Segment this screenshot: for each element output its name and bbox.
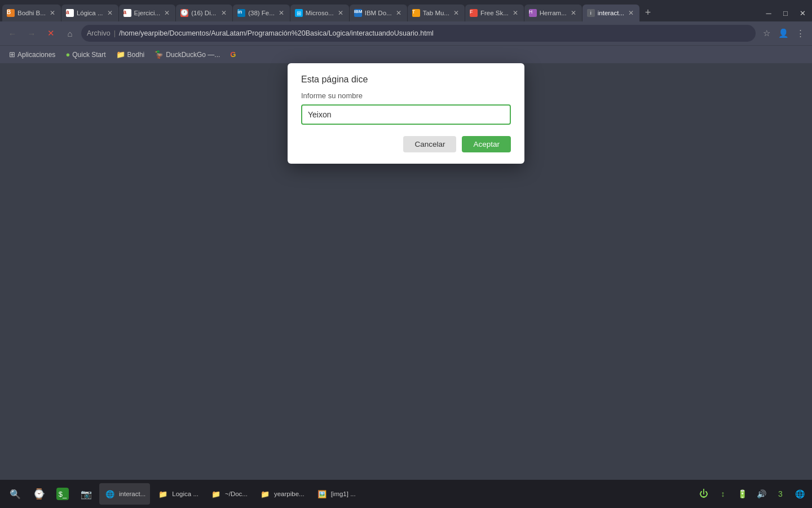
reload-button[interactable]: ✕ [43, 25, 59, 41]
tab-clock16[interactable]: 🕐 (16) Di... ✕ [176, 5, 232, 21]
tab-close-microsoft[interactable]: ✕ [337, 8, 345, 17]
tab-label-logica: Lógica ... [77, 10, 103, 16]
taskbar-doc-label: ~/Doc... [225, 491, 248, 497]
bookmark-quickstart[interactable]: ● Quick Start [61, 49, 110, 60]
search-icon: 🔍 [9, 488, 21, 500]
taskbar-yearpibe[interactable]: 📁 yearpibe... [254, 483, 309, 505]
taskbar-right: ⏻ ↕ 🔋 🔊 3 🌐 [696, 486, 807, 502]
tab-favicon-ibm: IBM [354, 9, 362, 17]
taskbar-doc[interactable]: 📁 ~/Doc... [205, 483, 252, 505]
tab-label-ibm: IBM Do... [365, 10, 392, 16]
tab-ejercicios[interactable]: a Ejercici... ✕ [119, 5, 176, 21]
dialog-input[interactable] [301, 104, 511, 125]
forward-button[interactable]: → [24, 25, 39, 41]
page-area: Esta página dice Informe su nombre Cance… [0, 63, 812, 480]
back-button[interactable]: ← [5, 25, 20, 41]
tab-close-ibm[interactable]: ✕ [395, 8, 403, 17]
close-button[interactable]: ✕ [795, 7, 810, 19]
taskbar-recents[interactable]: ⌚ [28, 483, 50, 505]
url-path: /home/yearpibe/Documentos/AuraLatam/Prog… [119, 29, 434, 37]
tab-label-tabmul: Tab Mu... [423, 10, 449, 16]
tab-close-freesk[interactable]: ✕ [511, 8, 519, 17]
tab-interact[interactable]: i interact... ✕ [582, 5, 639, 21]
address-icons: ☆ 👤 ⋮ [759, 26, 807, 41]
dialog-buttons: Cancelar Aceptar [301, 136, 511, 152]
bookmark-label-quickstart: Quick Start [72, 51, 105, 59]
cancel-button[interactable]: Cancelar [403, 136, 456, 152]
tab-tabmul[interactable]: T Tab Mu... ✕ [408, 5, 465, 21]
url-scheme: Archivo [87, 29, 111, 37]
tab-close-clock16[interactable]: ✕ [220, 8, 228, 17]
battery-icon[interactable]: 🔋 [734, 486, 750, 502]
home-button[interactable]: ⌂ [62, 25, 78, 41]
google-icon: G [230, 50, 236, 59]
dialog-title: Esta página dice [301, 75, 511, 85]
bookmark-aplicaciones[interactable]: ⊞ Aplicaciones [5, 49, 60, 60]
menu-icon[interactable]: ⋮ [793, 26, 807, 41]
tab-herr[interactable]: H Herram... ✕ [524, 5, 582, 21]
power-icon[interactable]: ⏻ [696, 486, 712, 502]
window-controls: ─ □ ✕ [761, 7, 810, 21]
address-bar: ← → ✕ ⌂ Archivo | /home/yearpibe/Documen… [0, 21, 812, 45]
url-bar[interactable]: Archivo | /home/yearpibe/Documentos/Aura… [81, 25, 756, 42]
tab-close-ejercicios[interactable]: ✕ [163, 8, 171, 17]
tab-favicon-ejercicios: a [123, 9, 131, 17]
tab-label-interact: interact... [598, 10, 624, 16]
tab-label-bodhi: Bodhi B... [17, 10, 46, 16]
taskbar-logica-icon: 📁 [157, 488, 169, 500]
tab-linkedin38[interactable]: in (38) Fe... ✕ [233, 5, 290, 21]
taskbar-interact-icon: 🌐 [104, 488, 116, 500]
tab-close-tabmul[interactable]: ✕ [452, 8, 460, 17]
tab-bar: B Bodhi B... ✕ a Lógica ... ✕ a Ejercici… [0, 0, 812, 21]
duckduckgo-icon: 🦆 [155, 50, 164, 59]
taskbar-search[interactable]: 🔍 [5, 483, 26, 505]
taskbar-terminal[interactable]: $_ [52, 483, 73, 505]
quickstart-icon: ● [65, 50, 70, 59]
tab-ibm[interactable]: IBM IBM Do... ✕ [350, 5, 407, 21]
tab-close-interact[interactable]: ✕ [627, 8, 635, 17]
volume-icon[interactable]: 🔊 [753, 486, 769, 502]
taskbar-interact-label: interact... [119, 491, 145, 497]
bookmark-duckduckgo[interactable]: 🦆 DuckDuckGo —... [150, 49, 224, 60]
tab-label-microsoft: Microso... [306, 10, 334, 16]
globe-icon[interactable]: 🌐 [792, 486, 807, 502]
bookmark-google[interactable]: G [226, 49, 240, 60]
minimize-button[interactable]: ─ [761, 7, 776, 19]
taskbar-yearpibe-icon: 📁 [259, 488, 271, 500]
taskbar: 🔍 ⌚ $_ 📷 🌐 interact... 📁 Logica ... 📁 ~/… [0, 480, 812, 508]
tab-microsoft[interactable]: ⊞ Microso... ✕ [290, 5, 349, 21]
taskbar-img-label: [img1] ... [331, 491, 356, 497]
tab-freesk[interactable]: F Free Sk... ✕ [465, 5, 524, 21]
tab-close-linkedin38[interactable]: ✕ [277, 8, 285, 17]
taskbar-img[interactable]: 🖼️ [img1] ... [311, 483, 360, 505]
bookmark-label-bodhi: Bodhi [127, 51, 145, 59]
taskbar-logica-label: Logica ... [172, 491, 198, 497]
profile-icon[interactable]: 👤 [776, 26, 791, 41]
tab-favicon-bodhi: B [7, 9, 15, 17]
bookmark-label-aplicaciones: Aplicaciones [17, 51, 55, 59]
tab-favicon-freesk: F [470, 9, 478, 17]
taskbar-interact[interactable]: 🌐 interact... [99, 483, 150, 505]
tab-close-bodhi[interactable]: ✕ [48, 8, 56, 17]
bookmark-star-icon[interactable]: ☆ [759, 26, 774, 41]
notification-count[interactable]: 3 [773, 486, 788, 502]
aplicaciones-icon: ⊞ [9, 50, 15, 59]
bodhi-folder-icon: 📁 [116, 50, 125, 59]
taskbar-yearpibe-label: yearpibe... [274, 491, 304, 497]
tab-close-logica[interactable]: ✕ [106, 8, 114, 17]
tab-favicon-clock16: 🕐 [180, 9, 188, 17]
taskbar-logica[interactable]: 📁 Logica ... [152, 483, 203, 505]
taskbar-img-icon: 🖼️ [316, 488, 328, 500]
tab-label-ejercicios: Ejercici... [134, 10, 161, 16]
taskbar-screenshot[interactable]: 📷 [76, 483, 97, 505]
taskbar-doc-icon: 📁 [210, 488, 222, 500]
maximize-button[interactable]: □ [778, 7, 793, 19]
tab-favicon-logica: a [66, 9, 74, 17]
tab-logica[interactable]: a Lógica ... ✕ [61, 5, 118, 21]
new-tab-button[interactable]: + [640, 5, 656, 20]
network-icon[interactable]: ↕ [715, 486, 731, 502]
bookmark-bodhi[interactable]: 📁 Bodhi [112, 49, 149, 60]
tab-close-herr[interactable]: ✕ [570, 8, 577, 17]
tab-bodhi[interactable]: B Bodhi B... ✕ [2, 5, 61, 21]
accept-button[interactable]: Aceptar [462, 136, 511, 152]
